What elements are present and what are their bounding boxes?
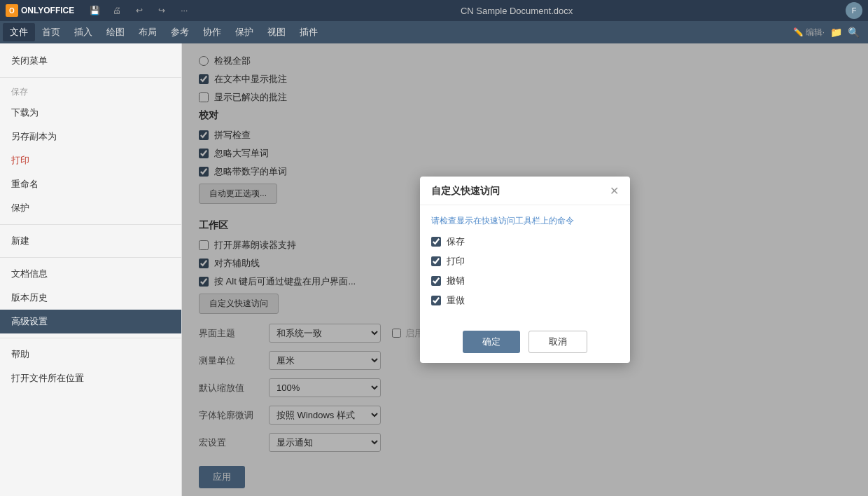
- modal-description: 请检查显示在快速访问工具栏上的命令: [431, 215, 619, 227]
- modal-footer: 确定 取消: [420, 324, 630, 363]
- app-name: ONLYOFFICE: [21, 6, 74, 15]
- modal-check-redo[interactable]: [431, 296, 441, 305]
- modal-check-print-label: 打印: [447, 255, 465, 268]
- menu-file[interactable]: 文件: [3, 23, 35, 41]
- modal-check-undo[interactable]: [431, 276, 441, 286]
- menu-home[interactable]: 首页: [35, 23, 67, 41]
- modal-cancel-btn[interactable]: 取消: [528, 331, 587, 353]
- user-avatar[interactable]: F: [846, 2, 862, 19]
- logo-icon: O: [6, 4, 18, 17]
- sidebar-divider-3: [0, 257, 181, 258]
- sidebar-divider-1: [0, 77, 181, 78]
- document-title: CN Sample Document.docx: [193, 6, 840, 16]
- edit-label: 编辑·: [806, 27, 825, 39]
- search-icon-btn[interactable]: 🔍: [848, 27, 860, 38]
- modal-customize-quick-access: 自定义快速访问 ✕ 请检查显示在快速访问工具栏上的命令 保存 打印: [420, 177, 630, 363]
- menu-draw[interactable]: 绘图: [99, 23, 132, 41]
- app-body: 关闭菜单 保存 下载为 另存副本为 打印 重命名 保护 新建 文档信息 版本历史…: [0, 43, 868, 496]
- sidebar: 关闭菜单 保存 下载为 另存副本为 打印 重命名 保护 新建 文档信息 版本历史…: [0, 43, 182, 496]
- menu-reference[interactable]: 参考: [164, 23, 196, 41]
- modal-check-save-row: 保存: [431, 235, 619, 248]
- menu-bar-right: ✏️ 编辑· 📁 🔍: [793, 27, 865, 39]
- sidebar-item-advanced-settings[interactable]: 高级设置: [0, 310, 181, 333]
- menu-collaborate[interactable]: 协作: [196, 23, 228, 41]
- modal-title: 自定义快速访问: [431, 185, 500, 198]
- modal-confirm-btn[interactable]: 确定: [463, 331, 520, 353]
- sidebar-divider-4: [0, 338, 181, 338]
- sidebar-item-version-history[interactable]: 版本历史: [0, 286, 181, 310]
- undo-btn[interactable]: ↩: [130, 4, 148, 17]
- sidebar-item-save-copy[interactable]: 另存副本为: [0, 125, 181, 149]
- pencil-icon: ✏️: [793, 27, 804, 37]
- print-btn[interactable]: 🖨: [108, 4, 126, 17]
- sidebar-item-open-location[interactable]: 打开文件所在位置: [0, 366, 181, 390]
- app-logo: O ONLYOFFICE: [6, 4, 74, 17]
- sidebar-item-download-as[interactable]: 下载为: [0, 101, 181, 125]
- menu-insert[interactable]: 插入: [67, 23, 99, 41]
- modal-check-print-row: 打印: [431, 255, 619, 268]
- title-bar: O ONLYOFFICE 💾 🖨 ↩ ↪ ··· CN Sample Docum…: [0, 0, 868, 21]
- save-btn[interactable]: 💾: [85, 4, 104, 17]
- sidebar-item-print[interactable]: 打印: [0, 149, 181, 172]
- modal-check-save[interactable]: [431, 237, 441, 247]
- modal-body: 请检查显示在快速访问工具栏上的命令 保存 打印 撤销: [420, 205, 630, 324]
- sidebar-item-doc-info[interactable]: 文档信息: [0, 262, 181, 286]
- sidebar-divider-2: [0, 224, 181, 225]
- modal-check-redo-row: 重做: [431, 294, 619, 307]
- modal-check-undo-label: 撤销: [447, 275, 465, 287]
- modal-check-save-label: 保存: [447, 235, 465, 248]
- menu-layout[interactable]: 布局: [132, 23, 164, 41]
- sidebar-item-new[interactable]: 新建: [0, 229, 181, 253]
- menu-view[interactable]: 视图: [260, 23, 293, 41]
- window-controls: 💾 🖨 ↩ ↪ ···: [85, 4, 193, 17]
- sidebar-item-rename[interactable]: 重命名: [0, 172, 181, 196]
- menu-protect[interactable]: 保护: [228, 23, 260, 41]
- sidebar-item-protect[interactable]: 保护: [0, 196, 181, 220]
- location-icon-btn[interactable]: 📁: [830, 27, 842, 38]
- edit-mode-btn[interactable]: ✏️ 编辑·: [793, 27, 825, 39]
- menu-plugins[interactable]: 插件: [293, 23, 325, 41]
- modal-check-print[interactable]: [431, 256, 441, 266]
- sidebar-item-close-menu[interactable]: 关闭菜单: [0, 49, 181, 73]
- main-content: 检视全部 在文本中显示批注 显示已解决的批注 校对 拼写检查 忽略大写单词 忽略…: [182, 43, 868, 496]
- more-btn[interactable]: ···: [175, 4, 193, 17]
- modal-header: 自定义快速访问 ✕: [420, 177, 630, 205]
- sidebar-item-help[interactable]: 帮助: [0, 343, 181, 366]
- modal-overlay: 自定义快速访问 ✕ 请检查显示在快速访问工具栏上的命令 保存 打印: [182, 43, 868, 496]
- menu-bar: 文件 首页 插入 绘图 布局 参考 协作 保护 视图 插件 ✏️ 编辑· 📁 🔍: [0, 21, 868, 43]
- sidebar-section-save: 保存: [0, 82, 181, 101]
- modal-check-undo-row: 撤销: [431, 275, 619, 287]
- modal-check-redo-label: 重做: [447, 294, 465, 307]
- modal-close-btn[interactable]: ✕: [610, 186, 619, 197]
- redo-btn[interactable]: ↪: [153, 4, 171, 17]
